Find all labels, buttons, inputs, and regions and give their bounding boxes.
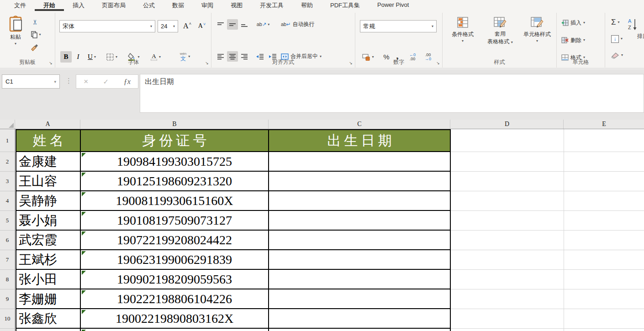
cell-A4[interactable]: 吴静静: [16, 190, 81, 211]
row-header-4[interactable]: 4: [0, 191, 15, 211]
font-size-select[interactable]: 24 ▾: [158, 20, 178, 32]
col-header-E[interactable]: E: [564, 120, 644, 129]
number-format-select[interactable]: 常规 ▾: [360, 20, 437, 32]
cell-C4[interactable]: [268, 190, 451, 211]
row-header-2[interactable]: 2: [0, 152, 15, 172]
sort-filter-button[interactable]: A Z 排序: [627, 17, 644, 40]
row-header-8[interactable]: 8: [0, 270, 15, 289]
tab-formulas[interactable]: 公式: [134, 0, 164, 11]
cell-B5[interactable]: 190108197509073127: [80, 210, 269, 231]
conditional-formatting-button[interactable]: 条件格式 ▾: [445, 16, 480, 43]
wrap-text-button[interactable]: ab↵ 自动换行: [281, 19, 314, 30]
row-header-5[interactable]: 5: [0, 211, 15, 231]
cell-A6[interactable]: 武宏霞: [16, 230, 81, 250]
cell-B8[interactable]: 190902198209059563: [80, 269, 269, 289]
cell-C10[interactable]: [268, 308, 451, 329]
format-painter-button[interactable]: [29, 43, 39, 52]
cell-A11-partial[interactable]: [16, 328, 81, 331]
shrink-font-button[interactable]: A˅: [195, 20, 208, 32]
chevron-down-icon[interactable]: ▾: [15, 42, 16, 46]
cell-B10[interactable]: 19002219890803162X: [80, 308, 269, 329]
row-header-7[interactable]: 7: [0, 250, 15, 270]
tab-developer[interactable]: 开发工具: [251, 0, 292, 11]
cell-C1[interactable]: 出生日期: [268, 129, 451, 152]
cell-A10[interactable]: 张鑫欣: [16, 308, 81, 329]
cell-B6[interactable]: 190722199208024422: [80, 230, 269, 250]
tab-data[interactable]: 数据: [164, 0, 193, 11]
tab-power-pivot[interactable]: Power Pivot: [369, 0, 417, 11]
cell-C2[interactable]: [268, 151, 451, 172]
tab-pdf-tools[interactable]: PDF工具集: [322, 0, 369, 11]
formula-bar-input[interactable]: 出生日期: [140, 74, 644, 113]
tab-review[interactable]: 审阅: [193, 0, 222, 11]
chevron-down-icon[interactable]: ▾: [54, 79, 56, 84]
cell-A1[interactable]: 姓名: [16, 129, 81, 152]
cell-A7[interactable]: 王斌杉: [16, 249, 81, 270]
font-name-select[interactable]: 宋体 ▾: [59, 20, 155, 32]
col-header-B[interactable]: B: [81, 120, 269, 129]
align-top-button[interactable]: [215, 19, 226, 30]
cut-button[interactable]: ✂: [30, 17, 40, 26]
col-header-D[interactable]: D: [451, 120, 564, 129]
empty-cells-area[interactable]: [451, 129, 644, 331]
enter-icon[interactable]: ✓: [103, 78, 109, 86]
cell-C5[interactable]: [268, 210, 451, 231]
name-box[interactable]: C1 ▾: [2, 74, 60, 89]
cell-styles-button[interactable]: 单元格样式 ▾: [519, 16, 555, 43]
cell-C8[interactable]: [268, 269, 451, 289]
wrap-ab: ab: [281, 21, 286, 27]
row-header-1[interactable]: 1: [0, 129, 15, 152]
row-header-9[interactable]: 9: [0, 289, 15, 309]
dialog-launcher-icon[interactable]: ↘: [48, 60, 53, 66]
delete-cells-button[interactable]: 删除 ▾: [561, 36, 585, 45]
row-header-11-partial[interactable]: [0, 329, 15, 331]
cell-B11-partial[interactable]: [80, 328, 269, 331]
cell-C3[interactable]: [268, 171, 451, 191]
format-as-table-button[interactable]: 套用 表格格式 ▾: [482, 16, 518, 46]
align-bottom-button[interactable]: [239, 19, 250, 30]
paste-button[interactable]: 粘贴 ▾: [5, 16, 26, 55]
dialog-launcher-icon[interactable]: ↘: [348, 60, 354, 66]
cancel-icon[interactable]: ×: [84, 77, 88, 86]
tab-view[interactable]: 视图: [222, 0, 251, 11]
cell-C6[interactable]: [268, 230, 451, 250]
dialog-launcher-icon[interactable]: ↘: [435, 60, 441, 66]
cell-C9[interactable]: [268, 289, 451, 309]
cell-C7[interactable]: [268, 249, 451, 270]
dialog-launcher-icon[interactable]: ↘: [204, 60, 210, 66]
grow-font-button[interactable]: A˄: [181, 20, 194, 32]
tab-file[interactable]: 文件: [5, 0, 35, 11]
align-middle-button[interactable]: [227, 19, 238, 30]
row-header-3[interactable]: 3: [0, 172, 15, 191]
error-indicator-icon: [82, 290, 86, 294]
cell-B1[interactable]: 身份证号: [80, 129, 269, 152]
tab-help[interactable]: 帮助: [292, 0, 322, 11]
tab-page-layout[interactable]: 页面布局: [93, 0, 134, 11]
cell-A2[interactable]: 金康建: [16, 151, 81, 172]
select-all-button[interactable]: [0, 120, 15, 129]
col-header-A[interactable]: A: [16, 120, 80, 129]
row-header-6[interactable]: 6: [0, 231, 15, 250]
autosum-button[interactable]: Σ ▾: [611, 17, 620, 27]
cell-B7[interactable]: 190623199006291839: [80, 249, 269, 270]
cell-B3[interactable]: 190125198609231320: [80, 171, 269, 191]
orientation-button[interactable]: ab↗ ▾: [254, 19, 272, 30]
tab-insert[interactable]: 插入: [64, 0, 93, 11]
cell-A9[interactable]: 李姗姗: [16, 289, 81, 309]
cell-A5[interactable]: 聂小娟: [16, 210, 81, 231]
cell-A3[interactable]: 王山容: [16, 171, 81, 191]
tab-home[interactable]: 开始: [35, 0, 64, 11]
cell-B9[interactable]: 190222198806104226: [80, 289, 269, 309]
col-header-C[interactable]: C: [269, 120, 450, 129]
cell-C11-partial[interactable]: [268, 328, 451, 331]
fill-button[interactable]: ↓ ▾: [611, 34, 623, 44]
insert-function-icon[interactable]: ƒx: [124, 78, 131, 86]
clear-button[interactable]: ▾: [611, 50, 623, 60]
row-header-10[interactable]: 10: [0, 309, 15, 329]
formula-bar-grip-icon[interactable]: ⋮: [65, 77, 72, 85]
insert-cells-button[interactable]: 插入 ▾: [561, 18, 585, 27]
cell-B4[interactable]: 19008119930615160X: [80, 190, 269, 211]
cell-A8[interactable]: 张小田: [16, 269, 81, 289]
cell-B2[interactable]: 190984199303015725: [80, 151, 269, 172]
copy-button[interactable]: ▾: [28, 30, 44, 39]
